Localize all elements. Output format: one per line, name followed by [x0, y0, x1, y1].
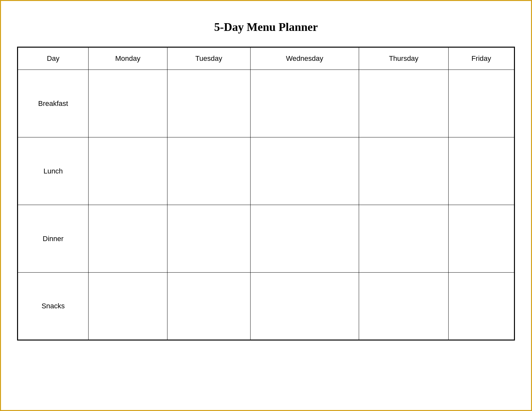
- table-row: Dinner: [18, 205, 515, 273]
- cell-breakfast-tuesday[interactable]: [167, 70, 250, 137]
- header-day: Day: [18, 47, 89, 70]
- header-tuesday: Tuesday: [167, 47, 250, 70]
- cell-snacks-tuesday[interactable]: [167, 273, 250, 340]
- table-row: Lunch: [18, 137, 515, 205]
- cell-breakfast-monday[interactable]: [89, 70, 167, 137]
- row-label-dinner: Dinner: [18, 205, 89, 273]
- row-label-breakfast: Breakfast: [18, 70, 89, 137]
- row-label-lunch: Lunch: [18, 137, 89, 205]
- header-friday: Friday: [448, 47, 514, 70]
- cell-breakfast-thursday[interactable]: [359, 70, 449, 137]
- table-row: Snacks: [18, 273, 515, 340]
- cell-lunch-tuesday[interactable]: [167, 137, 250, 205]
- cell-lunch-thursday[interactable]: [359, 137, 449, 205]
- cell-snacks-monday[interactable]: [89, 273, 167, 340]
- table-row: Breakfast: [18, 70, 515, 137]
- menu-planner-table: DayMondayTuesdayWednesdayThursdayFriday …: [17, 47, 515, 341]
- cell-breakfast-wednesday[interactable]: [250, 70, 359, 137]
- cell-dinner-monday[interactable]: [89, 205, 167, 273]
- cell-lunch-monday[interactable]: [89, 137, 167, 205]
- row-label-snacks: Snacks: [18, 273, 89, 340]
- cell-dinner-friday[interactable]: [448, 205, 514, 273]
- cell-dinner-thursday[interactable]: [359, 205, 449, 273]
- header-monday: Monday: [89, 47, 167, 70]
- cell-lunch-friday[interactable]: [448, 137, 514, 205]
- cell-snacks-friday[interactable]: [448, 273, 514, 340]
- header-thursday: Thursday: [359, 47, 449, 70]
- header-wednesday: Wednesday: [250, 47, 359, 70]
- cell-snacks-wednesday[interactable]: [250, 273, 359, 340]
- cell-lunch-wednesday[interactable]: [250, 137, 359, 205]
- cell-breakfast-friday[interactable]: [448, 70, 514, 137]
- table-body: BreakfastLunchDinnerSnacks: [18, 70, 515, 340]
- page-title: 5-Day Menu Planner: [214, 20, 318, 34]
- header-row: DayMondayTuesdayWednesdayThursdayFriday: [18, 47, 515, 70]
- cell-dinner-wednesday[interactable]: [250, 205, 359, 273]
- cell-snacks-thursday[interactable]: [359, 273, 449, 340]
- cell-dinner-tuesday[interactable]: [167, 205, 250, 273]
